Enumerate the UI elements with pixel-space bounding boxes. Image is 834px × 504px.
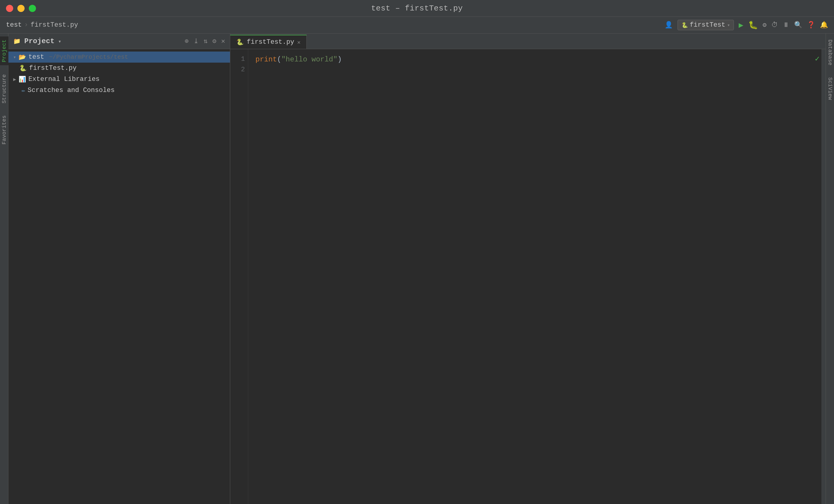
tab-close-icon[interactable]: ✕ — [297, 39, 300, 46]
sidebar-item-project[interactable]: Project — [0, 37, 8, 65]
project-panel: 📁 Project ▾ ⊕ ⤓ ⇅ ⚙ ✕ ▾ 📂 test ~/Pycharm… — [8, 33, 230, 504]
editor-tabs: 🐍 firstTest.py ✕ — [230, 33, 826, 49]
locate-icon[interactable]: ⊕ — [185, 37, 189, 45]
expand-arrow-libs: ▶ — [13, 76, 16, 83]
traffic-lights — [6, 5, 36, 12]
profile-icon[interactable]: ⏱ — [771, 21, 778, 29]
run-config[interactable]: 🐍 firstTest ▾ — [678, 20, 734, 30]
search-icon[interactable]: 🔍 — [794, 21, 802, 29]
editor-scrollbar[interactable] — [821, 49, 826, 504]
sidebar-item-structure[interactable]: Structure — [0, 71, 8, 106]
minimize-button[interactable] — [17, 5, 25, 12]
code-editor[interactable]: print("hello world") — [248, 49, 821, 504]
line-number-1: 1 — [233, 54, 245, 64]
file-name: firstTest.py — [29, 64, 76, 72]
folder-icon-root: 📂 — [19, 53, 26, 61]
tree-item-external-libs[interactable]: ▶ 📊 External Libraries — [8, 74, 230, 85]
window-title: test – firstTest.py — [371, 4, 463, 13]
right-sidebar: Database SciView — [826, 33, 834, 504]
coverage-icon[interactable]: ⚙ — [763, 21, 767, 29]
close-panel-icon[interactable]: ✕ — [221, 37, 225, 45]
line-numbers: 1 2 — [230, 49, 248, 504]
pause-icon[interactable]: ⏸ — [783, 21, 789, 29]
project-header: 📁 Project ▾ ⊕ ⤓ ⇅ ⚙ ✕ — [8, 33, 230, 49]
editor-content: 1 2 print("hello world") ✓ — [230, 49, 826, 504]
expand-arrow-root: ▾ — [13, 54, 16, 60]
folder-icon: 📁 — [13, 38, 21, 45]
tab-file-icon: 🐍 — [236, 38, 244, 46]
external-libraries-label: External Libraries — [28, 75, 100, 83]
right-tab-database[interactable]: Database — [826, 37, 834, 68]
project-title: Project — [24, 37, 54, 45]
notifications-icon[interactable]: 🔔 — [820, 21, 828, 29]
tree-item-file[interactable]: 🐍 firstTest.py — [8, 63, 230, 74]
root-folder-name: test — [28, 53, 44, 61]
run-button[interactable]: ▶ — [739, 20, 744, 30]
close-button[interactable] — [6, 5, 13, 12]
right-tab-sciview[interactable]: SciView — [826, 74, 834, 103]
run-config-name: firstTest — [690, 21, 725, 29]
toolbar-right: 👤 🐍 firstTest ▾ ▶ 🐛 ⚙ ⏱ ⏸ 🔍 ❓ 🔔 — [665, 20, 828, 30]
debug-button[interactable]: 🐛 — [748, 20, 758, 30]
breadcrumb-file[interactable]: firstTest.py — [30, 21, 78, 29]
syntax-ok-icon: ✓ — [815, 54, 819, 64]
tree-item-root[interactable]: ▾ 📂 test ~/PycharmProjects/test — [8, 51, 230, 63]
run-config-icon: 🐍 — [681, 22, 688, 28]
expand-icon[interactable]: ⇅ — [203, 37, 207, 45]
top-toolbar: test › firstTest.py 👤 🐍 firstTest ▾ ▶ 🐛 … — [0, 17, 834, 33]
main-layout: Project Structure Favorites 📁 Project ▾ … — [0, 33, 834, 504]
project-dropdown-icon[interactable]: ▾ — [58, 38, 62, 45]
editor-tab-firsttest[interactable]: 🐍 firstTest.py ✕ — [230, 35, 307, 49]
left-sidebar-tabs: Project Structure Favorites — [0, 33, 8, 504]
user-icon[interactable]: 👤 — [665, 21, 673, 29]
breadcrumb-project[interactable]: test — [6, 21, 22, 29]
editor-area: 🐍 firstTest.py ✕ 1 2 print("hello world"… — [230, 33, 826, 504]
maximize-button[interactable] — [29, 5, 36, 12]
breadcrumb-separator: › — [24, 21, 28, 29]
titlebar: test – firstTest.py — [0, 0, 834, 17]
python-file-icon: 🐍 — [19, 64, 27, 72]
scratch-icon: ✏ — [22, 87, 25, 94]
tree-item-scratches[interactable]: ✏ Scratches and Consoles — [8, 85, 230, 96]
dropdown-icon: ▾ — [727, 22, 730, 28]
library-icon: 📊 — [19, 75, 26, 83]
scratches-label: Scratches and Consoles — [27, 87, 114, 94]
collapse-icon[interactable]: ⤓ — [193, 37, 199, 45]
line-number-2: 2 — [233, 64, 245, 75]
settings-icon[interactable]: ⚙ — [213, 37, 216, 45]
project-header-icons: ⊕ ⤓ ⇅ ⚙ ✕ — [185, 37, 225, 45]
root-path: ~/PycharmProjects/test — [49, 54, 128, 61]
sidebar-item-favorites[interactable]: Favorites — [0, 112, 8, 147]
breadcrumb: test › firstTest.py — [6, 21, 78, 29]
project-tree: ▾ 📂 test ~/PycharmProjects/test 🐍 firstT… — [8, 49, 230, 504]
tab-filename: firstTest.py — [247, 38, 294, 46]
help-icon[interactable]: ❓ — [807, 21, 815, 29]
